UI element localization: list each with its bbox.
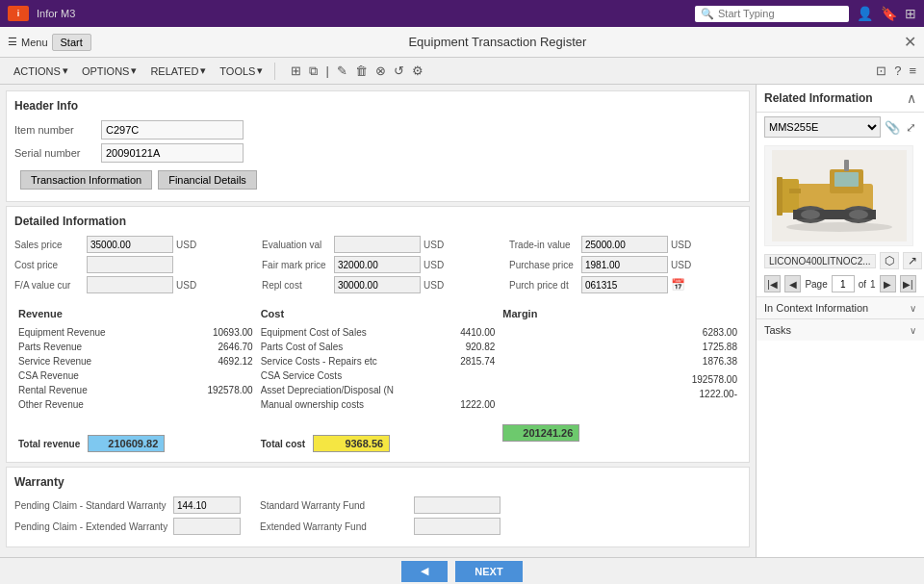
- revenue-header: Revenue: [14, 306, 257, 321]
- delete-icon[interactable]: 🗑: [353, 62, 370, 81]
- main-layout: Header Info Item number Serial number Tr…: [0, 85, 924, 557]
- related-panel-title: Related Information: [764, 91, 873, 105]
- total-cost-label: Total cost: [261, 439, 305, 449]
- total-revenue-value: 210609.82: [88, 435, 165, 452]
- fair-mark-input[interactable]: [334, 256, 421, 273]
- margin-header: Margin: [499, 306, 741, 321]
- hamburger-icon: ☰: [8, 36, 17, 48]
- trade-in-row: Trade-in value USD: [509, 236, 741, 253]
- start-button[interactable]: Start: [52, 34, 91, 51]
- svg-point-13: [786, 222, 892, 232]
- rcm-row: Equipment Revenue 10693.00: [14, 325, 257, 340]
- new-icon[interactable]: ⊞: [289, 62, 303, 81]
- related-panel-collapse[interactable]: ∧: [907, 90, 916, 106]
- grid-icon[interactable]: ⊞: [905, 6, 916, 21]
- item-code-label: LICONO400LITNOC2...: [764, 254, 876, 268]
- repl-cost-input[interactable]: [334, 276, 421, 293]
- action-bar: ACTIONS ▾ OPTIONS ▾ RELATED ▾ TOOLS ▾ ⊞ …: [0, 58, 924, 85]
- user-icon[interactable]: 👤: [857, 6, 873, 21]
- ext-fund-input[interactable]: [414, 518, 500, 535]
- search-box[interactable]: 🔍: [695, 6, 849, 22]
- edit-icon[interactable]: ✎: [335, 62, 349, 81]
- page-input[interactable]: [832, 275, 855, 292]
- related-dropdown[interactable]: MMS255E: [764, 116, 881, 138]
- right-toolbar-icons: ⊡ ? ≡: [876, 63, 916, 78]
- item-export-icon[interactable]: ↗: [903, 252, 922, 269]
- help-icon[interactable]: ?: [894, 63, 901, 78]
- search-input[interactable]: [718, 8, 843, 19]
- toolbar: ☰ Menu Start Equipment Transaction Regis…: [0, 27, 924, 58]
- rcm-row: CSA Revenue: [14, 368, 257, 383]
- attach-icon[interactable]: 📎: [885, 120, 900, 135]
- prev-button[interactable]: ◀: [401, 561, 448, 582]
- fair-mark-row: Fair mark price USD: [262, 256, 494, 273]
- in-context-chevron: ∨: [910, 303, 916, 314]
- tasks-label: Tasks: [764, 324, 791, 336]
- item-open-icon[interactable]: ⬡: [880, 252, 899, 269]
- rcm-row: 1222.00-: [499, 387, 741, 401]
- std-fund-input[interactable]: [414, 496, 500, 514]
- warranty-title: Warranty: [14, 475, 741, 489]
- rcm-row: Other Revenue: [14, 397, 257, 412]
- pending-ext-input[interactable]: [173, 518, 241, 535]
- purchase-price-input[interactable]: [581, 256, 668, 273]
- calendar-icon[interactable]: 📅: [671, 278, 685, 292]
- related-label: RELATED: [150, 65, 198, 77]
- margin-column: Margin 6283.00 1725.88 1876.38 192578.00: [499, 306, 741, 454]
- warranty-row-ext: Pending Claim - Extended Warranty Extend…: [14, 518, 741, 535]
- tasks-chevron: ∨: [910, 325, 916, 336]
- purchase-price-row: Purchase price USD: [509, 256, 741, 273]
- financial-details-btn[interactable]: Financial Details: [158, 170, 257, 190]
- related-menu[interactable]: RELATED ▾: [144, 63, 212, 79]
- fa-value-currency: USD: [176, 280, 196, 291]
- trade-in-label: Trade-in value: [509, 240, 581, 250]
- ext-fund-label: Extended Warranty Fund: [260, 521, 414, 532]
- pg-first-btn[interactable]: |◀: [764, 275, 781, 292]
- pg-next-btn[interactable]: ▶: [880, 275, 896, 292]
- settings-icon[interactable]: ⚙: [410, 62, 425, 81]
- svg-rect-3: [834, 172, 859, 187]
- app-name: Infor M3: [37, 8, 75, 19]
- svg-rect-5: [777, 177, 783, 216]
- tasks-header[interactable]: Tasks ∨: [757, 319, 924, 341]
- menu-button[interactable]: ☰ Menu: [8, 36, 48, 48]
- cost-header: Cost: [257, 306, 500, 321]
- bookmark-icon[interactable]: 🔖: [881, 6, 897, 21]
- view-icon[interactable]: ⊡: [876, 63, 886, 78]
- pending-std-input[interactable]: [173, 496, 241, 514]
- cost-price-input[interactable]: [87, 256, 173, 273]
- purch-price-dt-input[interactable]: [581, 276, 668, 293]
- eval-val-input[interactable]: [334, 236, 421, 253]
- next-button[interactable]: NEXT: [455, 561, 522, 582]
- transaction-info-btn[interactable]: Transaction Information: [20, 170, 152, 190]
- serial-number-input[interactable]: [101, 143, 244, 163]
- item-number-label: Item number: [14, 124, 101, 136]
- tools-label: TOOLS: [219, 65, 255, 77]
- related-chevron: ▾: [200, 64, 206, 77]
- item-number-row: Item number: [14, 120, 741, 140]
- eval-val-label: Evaluation val: [262, 240, 334, 250]
- clear-icon[interactable]: ⊗: [373, 62, 388, 81]
- refresh-icon[interactable]: ↺: [392, 62, 406, 81]
- more-icon[interactable]: ≡: [909, 63, 916, 78]
- actions-menu[interactable]: ACTIONS ▾: [8, 63, 74, 79]
- pg-prev-btn[interactable]: ◀: [784, 275, 801, 292]
- pagination: |◀ ◀ Page of 1 ▶ ▶|: [757, 271, 924, 296]
- tools-menu[interactable]: TOOLS ▾: [214, 63, 269, 79]
- total-margin-row: 201241.26: [499, 422, 741, 444]
- item-number-input[interactable]: [101, 120, 244, 140]
- cost-price-row: Cost price: [14, 256, 246, 273]
- close-button[interactable]: ✕: [904, 33, 916, 51]
- options-menu[interactable]: OPTIONS ▾: [76, 63, 143, 79]
- expand-icon[interactable]: ⤢: [906, 120, 916, 135]
- copy-icon[interactable]: ⧉: [307, 62, 320, 81]
- total-revenue-row: Total revenue 210609.82: [14, 433, 257, 454]
- svg-point-11: [849, 210, 868, 219]
- sales-price-input[interactable]: [87, 236, 173, 253]
- rcm-row: Equipment Cost of Sales 4410.00: [257, 325, 500, 340]
- trade-in-input[interactable]: [581, 236, 668, 253]
- fa-value-input[interactable]: [87, 276, 173, 293]
- in-context-header[interactable]: In Context Information ∨: [757, 297, 924, 318]
- pg-last-btn[interactable]: ▶|: [900, 275, 916, 292]
- page-label: Page: [805, 279, 827, 290]
